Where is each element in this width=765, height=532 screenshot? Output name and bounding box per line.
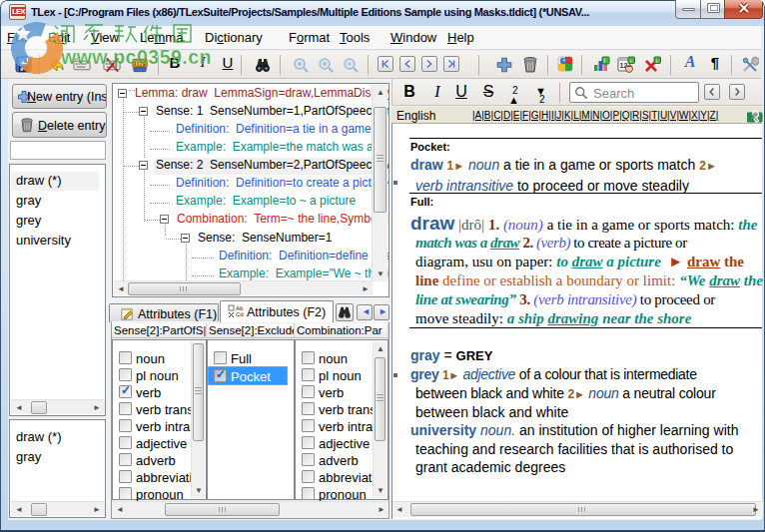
svg-text:i: i [603, 57, 604, 64]
svg-text:Cd: Cd [236, 311, 244, 317]
svg-text:i: i [656, 58, 657, 64]
svg-text:i: i [630, 58, 631, 64]
